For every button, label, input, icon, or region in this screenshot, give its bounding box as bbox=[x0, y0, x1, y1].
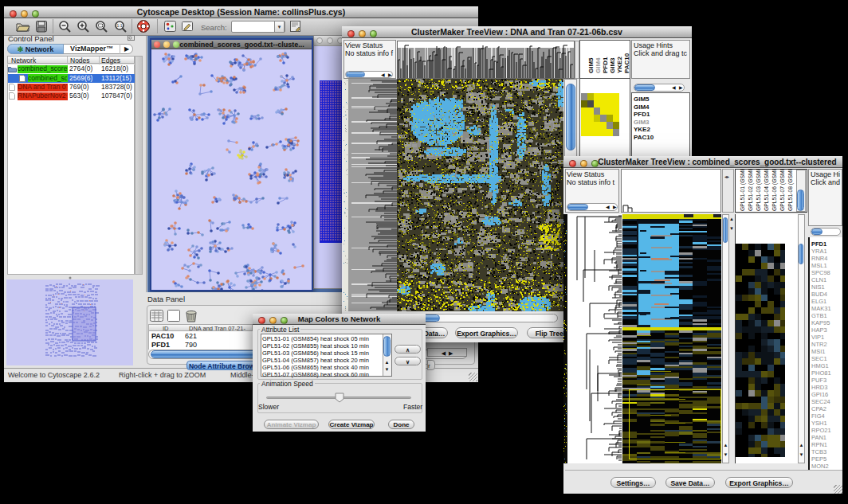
svg-text:1:1: 1:1 bbox=[117, 23, 123, 28]
